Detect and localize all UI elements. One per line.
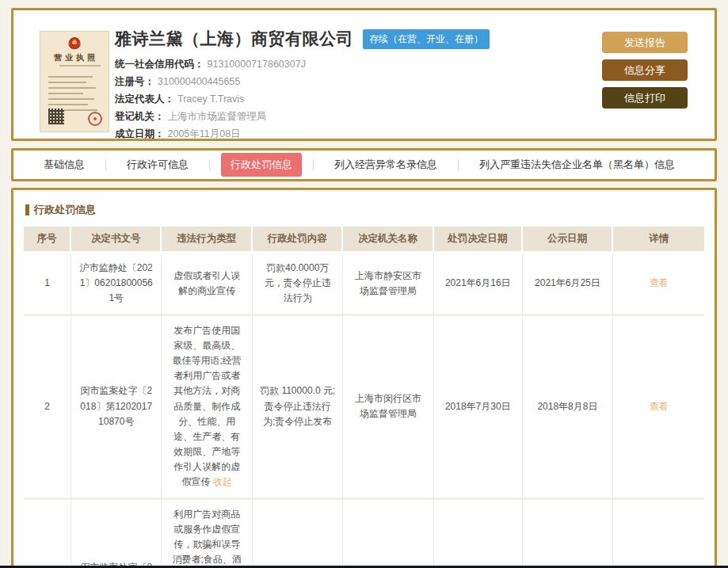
tab-abnormal-operations[interactable]: 列入经营异常名录信息 [325,153,447,177]
cell-publish-date: 2021年6月25日 [523,254,614,316]
cell-doc-no: 闵市监案处字〔2018〕第120201710870号 [71,316,162,500]
license-text-line [48,93,83,94]
cell-detail: 查看 [613,254,704,316]
violation-text: 发布广告使用国家级、最高级、最佳等用语;经营者利用广告或者其他方法，对商品质量、… [173,325,242,488]
qr-code [48,109,64,124]
cell-decision-date: 2017年6月15日 [434,500,523,568]
section-title-bar-icon [25,204,29,215]
table-row: 3 闵市监案处字〔2017〕第120201621910号 利用广告对商品或服务作… [24,500,704,568]
cell-detail: 查看 [613,500,704,568]
table-row: 1 沪市监静处〔2021〕062018000561号 虚假或者引人误解的商业宣传… [24,254,704,316]
license-text-line [48,82,86,83]
cell-violation: 虚假或者引人误解的商业宣传 [162,254,253,316]
page: 营业执照 雅诗兰黛（上海）商贸有限公司 存续（在营、开业、在册） 统一社会信用代… [0,0,728,568]
send-report-button[interactable]: 发送报告 [602,32,688,53]
cell-penalty: 罚款 88800.0 元 [253,500,343,568]
cell-seq: 1 [24,254,71,316]
col-publish-date: 公示日期 [523,227,614,254]
table-header-row: 序号 决定书文号 违法行为类型 行政处罚内容 决定机关名称 处罚决定日期 公示日… [24,227,704,254]
company-header-card: 营业执照 雅诗兰黛（上海）商贸有限公司 存续（在营、开业、在册） 统一社会信用代… [11,8,717,141]
red-seal-icon [88,112,102,126]
col-organ: 决定机关名称 [343,227,434,254]
cell-seq: 3 [24,500,71,568]
field-label: 注册号： [115,76,154,87]
cell-publish-date: 2017年7月5日 [523,500,614,568]
violation-text: 虚假或者引人误解的商业宣传 [173,270,240,296]
cell-detail: 查看 [613,316,704,500]
field-value: 310000400445655 [158,76,240,87]
col-decision-date: 处罚决定日期 [434,227,523,254]
table-row: 2 闵市监案处字〔2018〕第120201710870号 发布广告使用国家级、最… [24,316,704,500]
penalty-table: 序号 决定书文号 违法行为类型 行政处罚内容 决定机关名称 处罚决定日期 公示日… [24,227,704,568]
cell-doc-no: 沪市监静处〔2021〕062018000561号 [71,254,162,316]
info-row-legal-rep: 法定代表人：Tracey T.Travis [115,90,511,108]
field-value: 91310000717860307J [208,59,306,70]
cell-doc-no: 闵市监案处字〔2017〕第120201621910号 [71,500,162,568]
national-emblem-icon [69,37,81,49]
col-penalty-content: 行政处罚内容 [253,227,343,254]
cell-decision-date: 2018年7月30日 [434,316,523,500]
info-row-reg-no: 注册号：310000400445655 [115,73,511,90]
company-name: 雅诗兰黛（上海）商贸有限公司 [115,28,353,50]
cell-violation: 利用广告对商品或服务作虚假宣传，欺骗和误导消费者;食品、酒类、化妆品广告的内容不… [162,500,253,568]
business-license-thumbnail[interactable]: 营业执照 [40,31,109,132]
col-violation-type: 违法行为类型 [162,227,253,254]
col-doc-no: 决定书文号 [71,227,162,254]
view-detail-link[interactable]: 查看 [650,401,669,412]
info-row-credit-code: 统一社会信用代码：91310000717860307J [115,55,511,73]
tab-admin-license[interactable]: 行政许可信息 [117,153,198,177]
cell-organ: 上海市闵行区市场监督管理局 [343,500,434,568]
tab-blacklist[interactable]: 列入严重违法失信企业名单（黑名单）信息 [470,153,684,177]
info-row-founded: 成立日期：2005年11月08日 [115,125,511,143]
license-title: 营业执照 [40,52,109,63]
field-label: 登记机关： [115,111,165,122]
cell-publish-date: 2018年8月8日 [523,316,614,500]
tab-divider [105,159,106,170]
status-badge: 存续（在营、开业、在册） [363,29,490,49]
tab-admin-penalty[interactable]: 行政处罚信息 [221,153,302,177]
view-detail-link[interactable]: 查看 [650,277,669,288]
share-info-button[interactable]: 信息分享 [602,59,688,81]
license-subtitle-line [59,65,101,67]
tabs-bar: 基础信息 行政许可信息 行政处罚信息 列入经营异常名录信息 列入严重违法失信企业… [11,148,717,181]
license-text-line [48,98,94,100]
col-detail: 详情 [613,227,704,254]
collapse-link[interactable]: 收起 [213,476,232,487]
field-label: 法定代表人： [115,93,174,105]
section-title: 行政处罚信息 [34,203,96,217]
col-seq: 序号 [24,227,71,254]
field-value: 2005年11月08日 [168,128,241,139]
field-label: 统一社会信用代码： [115,59,204,70]
tab-divider [313,159,314,170]
penalty-section-card: 行政处罚信息 序号 决定书文号 违法行为类型 行政处罚内容 决定机关名称 处罚决… [11,188,717,568]
tab-divider [458,159,459,170]
cell-decision-date: 2021年6月16日 [434,254,523,316]
cell-organ: 上海市静安区市场监督管理局 [343,254,434,316]
cell-penalty: 罚款 110000.0 元;责令停止违法行为;责令停止发布 [253,316,343,500]
cell-organ: 上海市闵行区市场监督管理局 [343,316,434,500]
cell-penalty: 罚款40.0000万元，责令停止违法行为 [253,254,343,316]
info-row-registry: 登记机关：上海市市场监督管理局 [115,108,511,125]
cell-violation: 发布广告使用国家级、最高级、最佳等用语;经营者利用广告或者其他方法，对商品质量、… [162,316,253,500]
field-value: 上海市市场监督管理局 [168,111,267,122]
tab-basic-info[interactable]: 基础信息 [34,153,94,177]
cell-seq: 2 [24,316,71,500]
field-label: 成立日期： [115,128,165,139]
license-text-line [48,87,96,89]
violation-text: 利用广告对商品或服务作虚假宣传，欺骗和误导消费者;食品、酒类、化妆品广告的内容不… [173,509,242,568]
field-value: Tracey T.Travis [177,93,244,105]
section-title-row: 行政处罚信息 [25,203,704,217]
action-buttons: 发送报告 信息分享 信息打印 [602,32,688,109]
print-info-button[interactable]: 信息打印 [602,87,688,109]
company-info: 雅诗兰黛（上海）商贸有限公司 存续（在营、开业、在册） 统一社会信用代码：913… [115,28,511,143]
tab-divider [209,159,210,170]
license-text-line [48,104,88,105]
license-text-line [48,76,93,78]
